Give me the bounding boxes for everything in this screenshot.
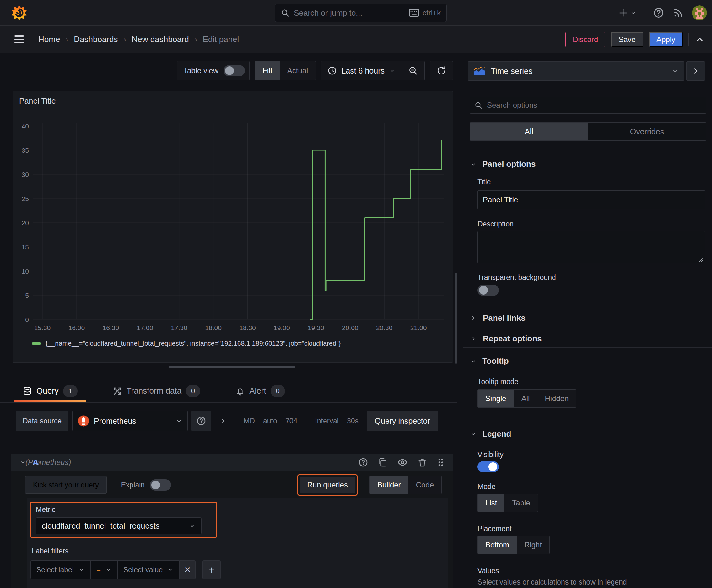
drag-handle-icon[interactable] <box>437 458 445 467</box>
query-count-badge: 1 <box>63 385 78 397</box>
avatar[interactable] <box>692 5 707 20</box>
help-button[interactable] <box>653 7 664 19</box>
table-view-toggle[interactable] <box>223 65 245 76</box>
legend-visibility-toggle[interactable] <box>477 461 499 472</box>
add-filter-button[interactable]: + <box>202 560 221 579</box>
datasource-picker[interactable]: Prometheus <box>72 411 188 431</box>
tab-query[interactable]: Query 1 <box>15 379 86 402</box>
svg-text:30: 30 <box>22 171 29 178</box>
select-label-dropdown[interactable]: Select label <box>30 560 90 579</box>
database-icon <box>23 386 32 396</box>
section-legend[interactable]: Legend <box>470 429 511 439</box>
query-editor-card: A (Prometheus) Kick start your query Exp… <box>11 454 453 588</box>
options-search-input[interactable]: Search options <box>470 97 706 114</box>
divider <box>645 6 645 19</box>
panel-title-input[interactable] <box>477 190 706 209</box>
new-button[interactable] <box>618 8 637 18</box>
query-inspector-button[interactable]: Query inspector <box>367 411 438 431</box>
zoom-out-button[interactable] <box>402 61 425 80</box>
select-value-dropdown[interactable]: Select value <box>117 560 179 579</box>
remove-filter-button[interactable]: ✕ <box>179 560 196 579</box>
section-title: Legend <box>482 429 511 439</box>
chevron-right-icon: › <box>66 35 68 44</box>
datasource-label: Data source <box>16 411 68 431</box>
run-queries-button[interactable]: Run queries <box>300 477 355 493</box>
tab-all[interactable]: All <box>470 123 588 141</box>
transparent-background-toggle[interactable] <box>477 285 499 296</box>
tab-transform-data[interactable]: Transform data 0 <box>105 379 209 402</box>
metric-select[interactable]: cloudflared_tunnel_total_requests <box>36 517 201 534</box>
panel-preview[interactable]: Panel Title 051015202530354015:3016:0016… <box>13 91 453 363</box>
repeat-options-section[interactable]: Repeat options <box>470 331 542 346</box>
query-datasource-hint: (Prometheus) <box>25 458 71 467</box>
refresh-button[interactable] <box>430 61 453 80</box>
chevron-down-icon <box>78 567 84 573</box>
operator-value: = <box>96 565 101 574</box>
chevron-right-icon[interactable] <box>219 417 226 425</box>
query-header-row[interactable]: A (Prometheus) <box>11 454 453 470</box>
visualization-picker[interactable]: Time series <box>468 61 684 81</box>
chevron-down-icon <box>105 567 111 573</box>
section-tooltip[interactable]: Tooltip <box>470 356 509 366</box>
plus-icon: + <box>209 564 215 576</box>
tooltip-mode-hidden[interactable]: Hidden <box>537 390 576 407</box>
svg-text:20:00: 20:00 <box>342 324 359 331</box>
search-input[interactable]: Search or jump to... ctrl+k <box>275 4 447 22</box>
menu-icon[interactable] <box>15 36 24 43</box>
help-icon[interactable] <box>358 457 368 467</box>
delete-query-icon[interactable] <box>417 457 427 467</box>
svg-text:19:30: 19:30 <box>308 324 324 331</box>
kick-start-button[interactable]: Kick start your query <box>25 476 107 494</box>
tooltip-mode-label: Tooltip mode <box>477 378 518 386</box>
time-range-picker[interactable]: Last 6 hours <box>321 61 402 80</box>
editor-tabs: Query 1 Transform data 0 Alert 0 <box>0 379 457 403</box>
news-button[interactable] <box>672 7 684 19</box>
save-button[interactable]: Save <box>611 32 643 47</box>
panel-links-section[interactable]: Panel links <box>470 310 525 326</box>
top-nav: Search or jump to... ctrl+k <box>0 0 712 26</box>
legend-placement-right[interactable]: Right <box>517 536 549 554</box>
legend-mode-list[interactable]: List <box>478 494 504 512</box>
toggle-viz-picker-button[interactable] <box>686 61 705 81</box>
section-panel-options[interactable]: Panel options <box>470 159 536 169</box>
interval-stat: Interval = 30s <box>315 417 359 425</box>
svg-text:20: 20 <box>22 219 29 227</box>
tooltip-mode-all[interactable]: All <box>514 390 537 407</box>
fill-option[interactable]: Fill <box>255 61 280 80</box>
pane-resize-handle[interactable] <box>169 365 295 369</box>
query-builder-body: Metric cloudflared_tunnel_total_requests… <box>27 498 448 588</box>
collapse-options-button[interactable] <box>694 34 705 45</box>
breadcrumb-home[interactable]: Home <box>38 35 60 44</box>
bell-icon <box>235 386 245 396</box>
resize-handle-icon[interactable] <box>697 256 704 262</box>
breadcrumb-new-dashboard[interactable]: New dashboard <box>132 35 189 44</box>
operator-dropdown[interactable]: = <box>90 560 117 579</box>
tooltip-mode-switch: Single All Hidden <box>477 390 576 408</box>
code-option[interactable]: Code <box>408 476 441 494</box>
description-textarea[interactable] <box>477 231 706 263</box>
actual-option[interactable]: Actual <box>280 61 316 80</box>
discard-button[interactable]: Discard <box>565 32 605 47</box>
svg-text:15: 15 <box>22 244 29 251</box>
run-queries-highlight: Run queries <box>297 474 357 496</box>
explain-toggle[interactable] <box>150 479 171 491</box>
breadcrumb-dashboards[interactable]: Dashboards <box>74 35 118 44</box>
tab-alert[interactable]: Alert 0 <box>227 379 293 402</box>
alert-count-badge: 0 <box>271 385 285 397</box>
legend-mode-table[interactable]: Table <box>504 494 537 512</box>
visualization-value: Time series <box>491 66 667 76</box>
datasource-help-button[interactable] <box>192 411 211 431</box>
toggle-visibility-icon[interactable] <box>397 457 408 468</box>
legend-placement-bottom[interactable]: Bottom <box>478 536 517 554</box>
apply-button[interactable]: Apply <box>649 32 683 47</box>
builder-option[interactable]: Builder <box>370 476 408 494</box>
section-title: Panel links <box>483 313 525 323</box>
chart-legend[interactable]: {__name__="cloudflared_tunnel_total_requ… <box>32 339 341 347</box>
grafana-logo[interactable] <box>11 4 28 21</box>
duplicate-query-icon[interactable] <box>377 457 388 467</box>
legend-values-hint: Select values or calculations to show in… <box>477 578 627 586</box>
svg-text:18:30: 18:30 <box>239 324 256 331</box>
tab-overrides[interactable]: Overrides <box>588 123 706 141</box>
tooltip-mode-single[interactable]: Single <box>478 390 514 407</box>
scrollbar-thumb[interactable] <box>455 273 457 364</box>
